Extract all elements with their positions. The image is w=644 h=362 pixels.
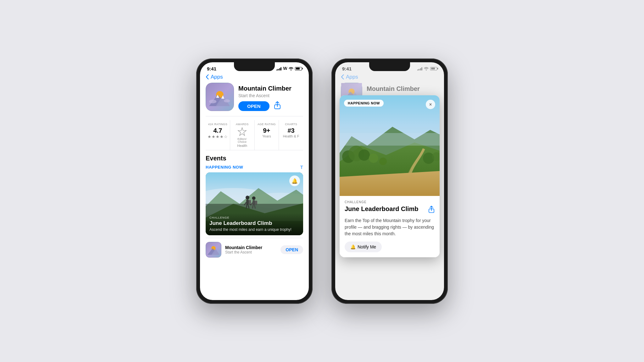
app-actions-1: OPEN (238, 101, 303, 111)
phone-2-screen: 9:41 (335, 62, 444, 300)
app-header-1: Mountain Climber Start the Ascent OPEN (206, 83, 303, 111)
phones-container: 9:41 𝕎 (196, 58, 448, 304)
modal-title: June Leaderboard Climb (345, 205, 428, 213)
svg-point-8 (224, 99, 230, 102)
landscape-svg (340, 95, 440, 196)
wifi-icon-1: 𝕎 (283, 66, 287, 71)
svg-point-49 (379, 158, 387, 165)
app-info-1: Mountain Climber Start the Ascent OPEN (238, 83, 303, 111)
bell-icon-modal: 🔔 (350, 244, 356, 249)
app-content-1: Mountain Climber Start the Ascent OPEN (200, 83, 309, 260)
signal-icon-1 (276, 67, 282, 70)
stat-awards-label: AWARDS (231, 123, 253, 126)
event-type-1: CHALLENGE (209, 216, 299, 219)
svg-line-29 (253, 205, 253, 209)
phone-2-notch (369, 62, 410, 71)
signal-icon-2 (417, 67, 423, 70)
back-button-1[interactable]: Apps (206, 74, 223, 80)
event-card-1[interactable]: 🔔 CHALLENGE June Leaderboard Climb Ascen… (206, 172, 303, 235)
events-header: HAPPENING NOW T (206, 164, 303, 170)
phone-1: 9:41 𝕎 (196, 58, 313, 304)
svg-rect-52 (340, 133, 440, 146)
phone2-app-name: Mountain Climber (367, 85, 420, 92)
svg-rect-19 (246, 199, 249, 205)
app-tagline-1: Start the Ascent (238, 93, 303, 98)
mountain-icon-svg-1 (206, 83, 234, 111)
wifi-icon-1-svg (289, 67, 293, 70)
modal-share-button[interactable] (428, 206, 435, 215)
svg-point-18 (246, 196, 249, 199)
svg-rect-24 (249, 200, 251, 204)
svg-point-36 (426, 70, 427, 70)
chevron-left-icon-1 (206, 74, 209, 80)
stat-awards: AWARDS Editors'Choice Health (230, 120, 255, 150)
battery-icon-2 (430, 67, 437, 70)
nav-bar-1[interactable]: Apps (200, 73, 309, 83)
open-button-small-1[interactable]: OPEN (280, 245, 303, 254)
close-modal-button[interactable]: × (426, 100, 435, 109)
modal-content: CHALLENGE June Leaderboard Climb Earn th… (340, 196, 440, 257)
svg-point-0 (291, 70, 291, 70)
happening-now-label-1: HAPPENING NOW (206, 165, 243, 170)
app-icon-large-1 (206, 83, 234, 111)
app-row-name-1: Mountain Climber (225, 245, 277, 250)
back-label-1: Apps (211, 74, 223, 80)
svg-point-7 (209, 99, 216, 103)
modal-type: CHALLENGE (345, 200, 435, 204)
stat-age-sub: Years (256, 134, 278, 138)
app-row-tagline-1: Start the Ascent (225, 250, 277, 254)
app-bottom-row-1: Mountain Climber Start the Ascent OPEN (206, 238, 303, 260)
app-row-info-1: Mountain Climber Start the Ascent (225, 245, 277, 254)
nav-bar-2: Apps (335, 73, 444, 83)
stat-charts-sub: Health & F (280, 134, 302, 138)
stars-1: ★★★★☆ (207, 134, 229, 139)
stat-ratings-value: 4.7 (207, 127, 229, 134)
back-label-2: Apps (346, 74, 358, 80)
svg-point-48 (369, 153, 378, 163)
event-title-1: June Leaderboard Climb (209, 220, 299, 226)
event-desc-1: Ascend the most miles and earn a unique … (209, 227, 299, 232)
status-time-2: 9:41 (342, 66, 352, 71)
status-icons-2 (417, 67, 437, 70)
divider-1 (206, 116, 303, 116)
svg-line-22 (246, 205, 247, 209)
app-name-1: Mountain Climber (238, 85, 303, 92)
modal-description: Earn the Top of the Mountain trophy for … (345, 217, 435, 237)
notify-me-label: Notify Me (358, 244, 376, 249)
svg-rect-31 (255, 201, 257, 204)
app-icon-small-1 (206, 242, 221, 258)
phone-2: 9:41 (331, 58, 448, 304)
modal-title-row: June Leaderboard Climb (345, 205, 435, 215)
app-icon-small-svg-1 (206, 242, 221, 257)
happening-now-tag-2: HAPPENING NOW (344, 100, 384, 107)
modal-image: HAPPENING NOW × (340, 95, 440, 196)
wifi-icon-2 (424, 67, 429, 70)
close-icon: × (429, 102, 432, 107)
svg-rect-26 (253, 200, 255, 205)
phone-1-notch (234, 62, 275, 71)
svg-marker-10 (238, 128, 246, 136)
stat-charts: CHARTS #3 Health & F (279, 120, 303, 150)
stats-row-1: 41K RATINGS 4.7 ★★★★☆ AWARDS Editors'Cho… (206, 120, 303, 151)
event-overlay-1: CHALLENGE June Leaderboard Climb Ascend … (206, 213, 303, 236)
stat-charts-label: CHARTS (280, 123, 302, 126)
status-time-1: 9:41 (207, 66, 216, 71)
stat-awards-sub: Health (231, 144, 253, 148)
stat-ratings-label: 41K RATINGS (207, 123, 229, 126)
stat-age-label: AGE RATING (256, 123, 278, 126)
stat-age: AGE RATING 9+ Years (255, 120, 279, 150)
open-button-1[interactable]: OPEN (238, 101, 269, 111)
status-icons-1: 𝕎 (276, 66, 302, 71)
event-detail-modal: HAPPENING NOW × CHALLENGE June Leaderboa… (340, 95, 440, 257)
svg-point-25 (252, 197, 256, 200)
phone-1-screen: 9:41 𝕎 (200, 62, 309, 300)
share-button-1[interactable] (274, 101, 281, 111)
stat-age-value: 9+ (256, 127, 278, 134)
svg-point-47 (358, 149, 370, 161)
notify-me-button[interactable]: 🔔 Notify Me (345, 242, 382, 252)
events-section-title: Events (206, 155, 303, 162)
back-button-2: Apps (341, 74, 438, 80)
editors-badge: Editors'Choice (231, 127, 253, 144)
stat-charts-value: #3 (280, 127, 302, 134)
see-all-link-1[interactable]: T (300, 164, 303, 170)
